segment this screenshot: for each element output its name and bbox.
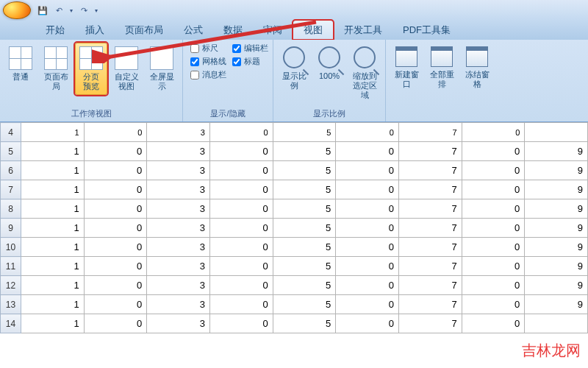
cell[interactable]: 0 (209, 314, 273, 333)
cell[interactable]: 0 (209, 123, 273, 142)
arrange-all-button[interactable]: 全部重排 (426, 43, 458, 93)
row-header[interactable]: 13 (1, 295, 21, 314)
cell[interactable]: 9 (525, 276, 588, 295)
tab-insert[interactable]: 插入 (75, 21, 115, 40)
cell[interactable]: 9 (525, 238, 588, 257)
tab-developer[interactable]: 开发工具 (334, 21, 392, 40)
tab-data[interactable]: 数据 (213, 21, 253, 40)
normal-view-button[interactable]: 普通 (4, 43, 37, 85)
cell[interactable]: 0 (209, 161, 273, 180)
cell[interactable]: 1 (21, 199, 85, 219)
messagebar-checkbox[interactable] (190, 71, 199, 79)
undo-icon[interactable]: ↶ (51, 3, 66, 18)
new-window-button[interactable]: 新建窗口 (390, 43, 423, 93)
office-button[interactable] (3, 1, 31, 19)
cell[interactable]: 3 (147, 257, 210, 276)
cell[interactable]: 7 (398, 276, 462, 295)
cell[interactable]: 0 (462, 199, 525, 219)
cell[interactable]: 5 (273, 199, 336, 219)
cell[interactable]: 0 (336, 180, 399, 199)
cell[interactable]: 0 (462, 276, 525, 295)
ruler-checkbox[interactable] (190, 44, 199, 53)
cell[interactable]: 9 (525, 295, 588, 314)
cell[interactable]: 7 (398, 123, 462, 142)
redo-icon[interactable]: ↷ (76, 3, 91, 18)
cell[interactable]: 9 (525, 161, 588, 180)
cell[interactable]: 1 (21, 219, 85, 238)
gridlines-checkbox[interactable] (190, 57, 199, 66)
cell[interactable]: 0 (84, 257, 147, 276)
cell[interactable]: 0 (336, 276, 399, 295)
save-icon[interactable]: 💾 (35, 3, 50, 18)
cell[interactable]: 7 (398, 161, 462, 180)
cell[interactable]: 0 (84, 238, 147, 257)
tab-view[interactable]: 视图 (293, 20, 334, 40)
cell[interactable]: 0 (336, 314, 399, 333)
cell[interactable]: 0 (84, 142, 147, 161)
tab-review[interactable]: 审阅 (253, 21, 293, 40)
page-layout-button[interactable]: 页面布局 (40, 43, 72, 95)
cell[interactable]: 0 (336, 257, 399, 276)
row-header[interactable]: 12 (1, 276, 21, 295)
cell[interactable]: 0 (336, 161, 399, 180)
cell[interactable]: 0 (336, 295, 399, 314)
page-break-preview-button[interactable]: 分页 预览 (75, 43, 107, 95)
cell[interactable]: 0 (462, 123, 525, 142)
row-header[interactable]: 14 (1, 314, 21, 333)
custom-views-button[interactable]: 自定义 视图 (110, 43, 143, 95)
cell[interactable]: 7 (398, 142, 462, 161)
cell[interactable]: 5 (273, 123, 336, 142)
cell[interactable]: 7 (398, 238, 462, 257)
cell[interactable]: 9 (525, 257, 588, 276)
cell[interactable]: 5 (273, 276, 336, 295)
qat-dropdown-icon[interactable]: ▾ (68, 3, 75, 18)
cell[interactable]: 0 (209, 219, 273, 238)
cell[interactable]: 5 (273, 257, 336, 276)
cell[interactable]: 0 (336, 142, 399, 161)
cell[interactable]: 0 (462, 180, 525, 199)
row-header[interactable]: 11 (1, 257, 21, 276)
fullscreen-button[interactable]: 全屏显示 (146, 43, 178, 95)
row-header[interactable]: 7 (1, 180, 21, 199)
cell[interactable]: 1 (21, 123, 85, 142)
cell[interactable]: 9 (525, 219, 588, 238)
cell[interactable]: 0 (462, 314, 525, 333)
cell[interactable]: 3 (147, 123, 210, 142)
cell[interactable]: 3 (147, 238, 210, 257)
cell[interactable]: 0 (462, 161, 525, 180)
cell[interactable]: 0 (462, 142, 525, 161)
cell[interactable]: 0 (462, 257, 525, 276)
cell[interactable]: 0 (209, 180, 273, 199)
cell[interactable]: 5 (273, 314, 336, 333)
cell[interactable]: 0 (336, 219, 399, 238)
cell[interactable]: 0 (209, 199, 273, 219)
headings-checkbox[interactable] (232, 57, 241, 66)
cell[interactable]: 1 (21, 180, 85, 199)
cell[interactable]: 9 (525, 180, 588, 199)
cell[interactable]: 0 (209, 276, 273, 295)
cell[interactable]: 7 (398, 314, 462, 333)
cell[interactable] (525, 314, 588, 333)
row-header[interactable]: 9 (1, 219, 21, 238)
ruler-checkbox-row[interactable]: 标尺 (190, 43, 226, 54)
cell[interactable]: 0 (84, 219, 147, 238)
row-header[interactable]: 4 (1, 123, 21, 142)
cell[interactable]: 3 (147, 180, 210, 199)
cell[interactable]: 9 (525, 142, 588, 161)
cell[interactable]: 0 (336, 238, 399, 257)
cell[interactable]: 0 (84, 276, 147, 295)
qat-more-icon[interactable]: ▾ (93, 3, 100, 18)
cell[interactable]: 7 (398, 180, 462, 199)
cell[interactable] (525, 123, 588, 142)
cell[interactable]: 5 (273, 238, 336, 257)
row-header[interactable]: 6 (1, 161, 21, 180)
cell[interactable]: 0 (84, 180, 147, 199)
row-header[interactable]: 5 (1, 142, 21, 161)
cell[interactable]: 0 (462, 295, 525, 314)
cell[interactable]: 0 (209, 238, 273, 257)
cell[interactable]: 7 (398, 257, 462, 276)
zoom-to-selection-button[interactable]: 缩放到 选定区域 (348, 43, 381, 105)
row-header[interactable]: 8 (1, 199, 21, 219)
cell[interactable]: 1 (21, 142, 85, 161)
cell[interactable]: 7 (398, 199, 462, 219)
